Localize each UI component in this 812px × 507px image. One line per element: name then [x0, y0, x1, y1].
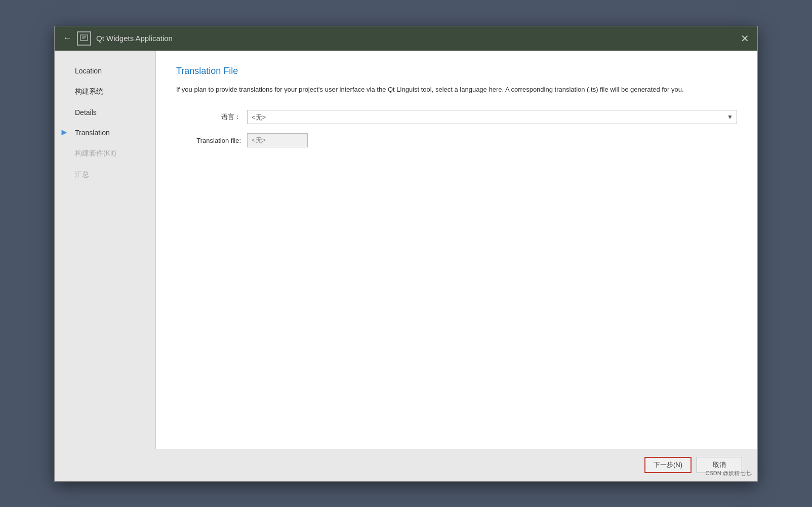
sidebar-item-build-kit[interactable]: 构建套件(Kit)	[55, 143, 155, 164]
window-title: Qt Widgets Application	[96, 34, 173, 43]
sidebar-item-summary[interactable]: 汇总	[55, 164, 155, 185]
back-button[interactable]: ←	[63, 33, 72, 44]
translation-file-label: Translation file:	[176, 137, 247, 144]
summary-label: 汇总	[75, 170, 89, 179]
sidebar-item-details[interactable]: Details	[55, 102, 155, 123]
dialog-window: ← Qt Widgets Application ✕ Location 构建	[54, 26, 758, 482]
dialog-body: Location 构建系统 Details ► Translation 构建套件…	[55, 51, 757, 449]
language-select-wrapper[interactable]: <无> ▼	[247, 110, 737, 124]
sidebar-item-translation[interactable]: ► Translation	[55, 123, 155, 143]
section-title: Translation File	[176, 66, 737, 76]
language-label: 语言：	[176, 112, 247, 122]
language-select[interactable]: <无>	[247, 110, 737, 124]
close-button[interactable]: ✕	[741, 33, 749, 44]
translation-file-input: <无>	[247, 133, 308, 147]
build-system-label: 构建系统	[75, 87, 103, 96]
translation-file-row: Translation file: <无>	[176, 133, 737, 147]
details-label: Details	[75, 108, 97, 116]
active-arrow-icon: ►	[60, 127, 69, 138]
description-text: If you plan to provide translations for …	[176, 85, 733, 95]
build-kit-label: 构建套件(Kit)	[75, 149, 116, 158]
language-row: 语言： <无> ▼	[176, 110, 737, 124]
translation-label: Translation	[75, 129, 110, 137]
sidebar-item-build-system[interactable]: 构建系统	[55, 81, 155, 102]
footer: 下一步(N) 取消	[55, 449, 757, 481]
title-bar-left: ← Qt Widgets Application	[63, 31, 173, 46]
watermark: CSDN @妖精七七.	[706, 470, 752, 477]
app-icon	[77, 31, 91, 46]
main-content: Translation File If you plan to provide …	[156, 51, 757, 449]
next-button[interactable]: 下一步(N)	[644, 457, 692, 473]
sidebar-item-location[interactable]: Location	[55, 61, 155, 81]
title-bar: ← Qt Widgets Application ✕	[55, 26, 757, 51]
location-label: Location	[75, 67, 102, 75]
sidebar: Location 构建系统 Details ► Translation 构建套件…	[55, 51, 156, 449]
